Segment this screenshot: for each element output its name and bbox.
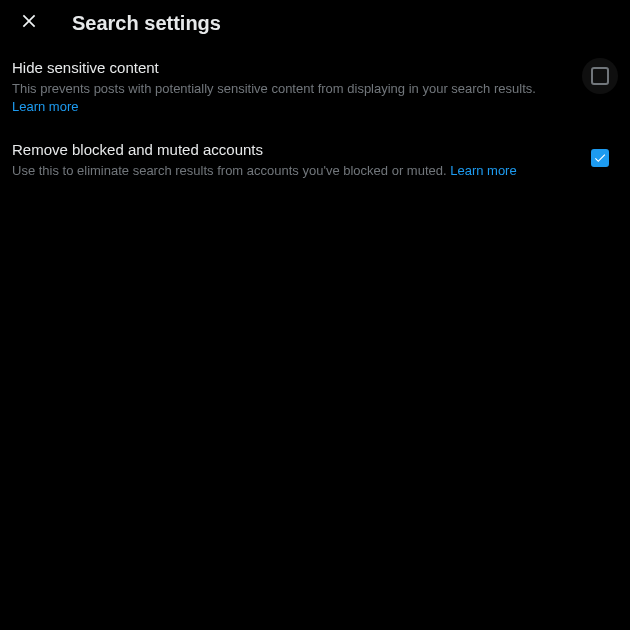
setting-description-text: This prevents posts with potentially sen… — [12, 81, 536, 96]
setting-text: Remove blocked and muted accounts Use th… — [12, 140, 582, 180]
close-button[interactable] — [12, 6, 46, 40]
learn-more-link[interactable]: Learn more — [450, 163, 516, 178]
close-icon — [19, 11, 39, 35]
setting-remove-blocked: Remove blocked and muted accounts Use th… — [0, 128, 630, 192]
setting-description: Use this to eliminate search results fro… — [12, 162, 570, 180]
setting-text: Hide sensitive content This prevents pos… — [12, 58, 582, 116]
modal-header: Search settings — [0, 0, 630, 46]
setting-title: Hide sensitive content — [12, 58, 570, 78]
learn-more-link[interactable]: Learn more — [12, 99, 78, 114]
setting-hide-sensitive: Hide sensitive content This prevents pos… — [0, 46, 630, 128]
setting-title: Remove blocked and muted accounts — [12, 140, 570, 160]
checkbox-checked-icon — [591, 149, 609, 167]
checkbox-unchecked-icon — [591, 67, 609, 85]
setting-description-text: Use this to eliminate search results fro… — [12, 163, 447, 178]
setting-description: This prevents posts with potentially sen… — [12, 80, 570, 116]
checkbox-remove-blocked[interactable] — [582, 140, 618, 176]
settings-list: Hide sensitive content This prevents pos… — [0, 46, 630, 192]
checkbox-hide-sensitive[interactable] — [582, 58, 618, 94]
page-title: Search settings — [72, 12, 221, 35]
